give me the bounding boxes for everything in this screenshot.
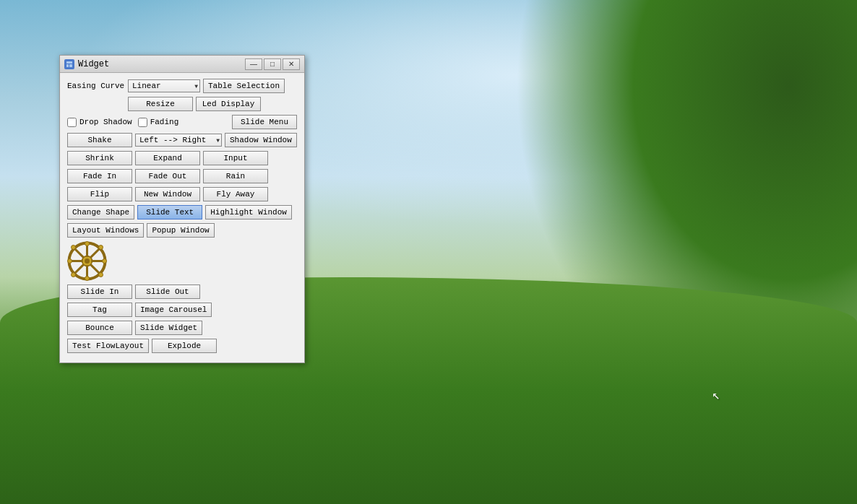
direction-select[interactable]: Left --> Right Right --> Left Top --> Bo…	[135, 134, 222, 147]
svg-line-11	[74, 248, 83, 257]
svg-line-12	[91, 265, 100, 274]
fading-label: Fading	[150, 118, 179, 126]
rain-button[interactable]: Rain	[203, 169, 268, 183]
explode-button[interactable]: Explode	[152, 339, 217, 353]
row-test-flowlayout: Test FlowLayout Explode	[67, 339, 297, 353]
row-fadein: Fade In Fade Out Rain	[67, 169, 297, 183]
svg-point-16	[85, 277, 90, 281]
svg-point-15	[85, 242, 90, 246]
row-shrink: Shrink Expand Input	[67, 151, 297, 165]
svg-point-18	[103, 259, 107, 264]
fading-checkbox[interactable]	[138, 118, 147, 127]
led-display-button[interactable]: Led Display	[196, 97, 261, 111]
bounce-button[interactable]: Bounce	[67, 321, 132, 335]
close-button[interactable]: ✕	[283, 58, 300, 70]
row-easing: Easing Curve Linear Ease In Ease Out Eas…	[67, 79, 297, 93]
svg-line-13	[91, 248, 100, 257]
ship-wheel-icon	[67, 241, 107, 281]
drop-shadow-checkbox[interactable]	[67, 118, 77, 127]
slide-widget-button[interactable]: Slide Widget	[135, 321, 202, 335]
window-controls: — □ ✕	[245, 58, 300, 70]
row-layout: Layout Windows Popup Window	[67, 223, 297, 238]
easing-curve-select[interactable]: Linear Ease In Ease Out Ease In Out	[128, 79, 200, 92]
slide-text-button[interactable]: Slide Text	[137, 205, 202, 220]
svg-point-20	[99, 273, 103, 277]
row-shake: Shake Left --> Right Right --> Left Top …	[67, 133, 297, 147]
expand-button[interactable]: Expand	[135, 151, 200, 165]
layout-windows-button[interactable]: Layout Windows	[67, 223, 144, 238]
fly-away-button[interactable]: Fly Away	[203, 187, 268, 201]
svg-point-19	[72, 246, 76, 250]
easing-curve-select-wrap: Linear Ease In Ease Out Ease In Out ▼	[128, 79, 200, 92]
shrink-button[interactable]: Shrink	[67, 151, 132, 165]
minimize-button[interactable]: —	[245, 58, 262, 70]
svg-rect-3	[69, 64, 72, 67]
flip-button[interactable]: Flip	[67, 187, 132, 201]
svg-point-21	[99, 246, 103, 250]
slide-in-button[interactable]: Slide In	[67, 284, 132, 299]
svg-rect-2	[66, 64, 69, 67]
fading-checkbox-wrap[interactable]: Fading	[138, 118, 179, 127]
drop-shadow-checkbox-wrap[interactable]: Drop Shadow	[67, 118, 132, 127]
input-button[interactable]: Input	[203, 151, 268, 165]
titlebar: Widget — □ ✕	[60, 56, 304, 73]
change-shape-button[interactable]: Change Shape	[67, 205, 134, 220]
row-tag: Tag Image Carousel	[67, 303, 297, 317]
table-selection-button[interactable]: Table Selection	[203, 79, 285, 93]
new-window-button[interactable]: New Window	[135, 187, 200, 201]
row-bounce: Bounce Slide Widget	[67, 321, 297, 335]
row-checkboxes: Drop Shadow Fading Slide Menu	[67, 115, 297, 129]
highlight-window-button[interactable]: Highlight Window	[205, 205, 292, 220]
maximize-button[interactable]: □	[264, 58, 281, 70]
row-change-shape: Change Shape Slide Text Highlight Window	[67, 205, 297, 220]
svg-line-14	[74, 265, 83, 274]
row-slide-in: Slide In Slide Out	[67, 284, 297, 299]
svg-point-17	[68, 259, 72, 264]
row-resize: Resize Led Display	[67, 97, 297, 111]
window-content: Easing Curve Linear Ease In Ease Out Eas…	[60, 73, 304, 362]
svg-rect-1	[66, 61, 72, 64]
fade-out-button[interactable]: Fade Out	[135, 169, 200, 183]
easing-curve-label: Easing Curve	[67, 82, 125, 90]
app-window: Widget — □ ✕ Easing Curve Linear Ease In…	[59, 55, 305, 363]
slide-menu-button[interactable]: Slide Menu	[232, 115, 297, 129]
svg-point-6	[85, 258, 90, 264]
resize-button[interactable]: Resize	[128, 97, 193, 111]
fade-in-button[interactable]: Fade In	[67, 169, 132, 183]
shake-button[interactable]: Shake	[67, 133, 132, 147]
row-flip: Flip New Window Fly Away	[67, 187, 297, 201]
image-carousel-button[interactable]: Image Carousel	[135, 303, 212, 317]
direction-select-wrap: Left --> Right Right --> Left Top --> Bo…	[135, 134, 222, 147]
popup-window-button[interactable]: Popup Window	[147, 223, 214, 238]
window-icon	[64, 59, 74, 69]
drop-shadow-label: Drop Shadow	[79, 118, 132, 126]
shadow-window-button[interactable]: Shadow Window	[225, 133, 297, 147]
window-title: Widget	[78, 59, 245, 69]
tag-button[interactable]: Tag	[67, 303, 132, 317]
test-flowlayout-button[interactable]: Test FlowLayout	[67, 339, 149, 353]
ship-wheel-icon-area	[67, 241, 107, 281]
svg-point-22	[72, 273, 76, 277]
slide-out-button[interactable]: Slide Out	[135, 284, 200, 299]
